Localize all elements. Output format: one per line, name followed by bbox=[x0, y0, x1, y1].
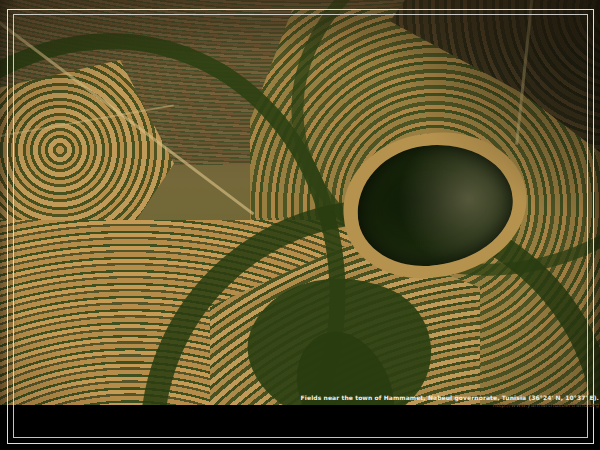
caption-url-text: http://www.yannarthusbertrand.org bbox=[301, 401, 599, 408]
photo-caption: Fields near the town of Hammamet, Nabeul… bbox=[301, 394, 599, 408]
caption-location-text: Fields near the town of Hammamet, Nabeul… bbox=[301, 394, 599, 401]
vignette-overlay bbox=[0, 0, 600, 405]
wallpaper: Fields near the town of Hammamet, Nabeul… bbox=[0, 0, 600, 450]
aerial-photo bbox=[0, 0, 600, 405]
